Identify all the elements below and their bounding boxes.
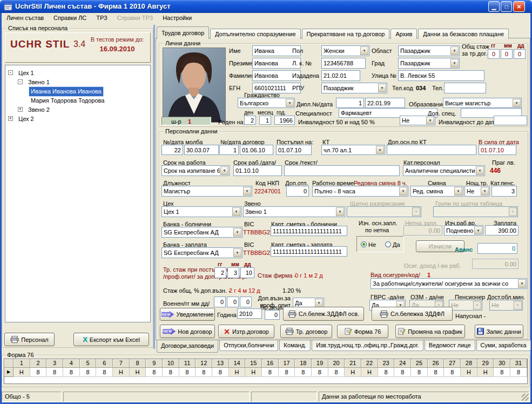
day-cell-4[interactable]: 8 <box>63 368 80 377</box>
disability-to-field[interactable] <box>494 116 527 125</box>
chevron-down-icon[interactable]: ▼ <box>513 99 521 107</box>
tree-item-label[interactable]: Мария Тодорова Тодорова <box>29 96 106 105</box>
day-cell-14[interactable]: Н <box>229 368 246 377</box>
save-data-button[interactable]: Запис данни <box>475 325 523 338</box>
day-cell-6[interactable]: 8 <box>96 368 113 377</box>
position-select[interactable]: Магистър▼ <box>161 186 252 197</box>
tree-item-1[interactable]: -Цех 1 <box>5 69 150 77</box>
notification-button[interactable]: NEW Уведомление <box>160 308 215 321</box>
day-cell-24[interactable]: 8 <box>394 368 411 377</box>
day-cell-12[interactable]: 8 <box>196 368 212 377</box>
kt-select[interactable]: чл.70 ал.1▼ <box>321 145 385 155</box>
delete-contract-button[interactable]: ✕ Изтр.договор <box>218 325 274 338</box>
night-work-select[interactable]: Не▼ <box>464 186 490 197</box>
service-days-field[interactable] <box>514 49 526 59</box>
diploma-no-field[interactable] <box>336 98 364 108</box>
day-cell-10[interactable]: 8 <box>163 368 179 377</box>
menu-item-1[interactable]: Личен състав <box>2 13 49 24</box>
close-button[interactable]: ✕ <box>513 1 525 12</box>
expand-icon[interactable]: + <box>18 107 23 112</box>
chevron-down-icon[interactable]: ▼ <box>233 248 241 257</box>
street-field[interactable] <box>398 70 484 81</box>
splitter[interactable] <box>153 25 155 349</box>
entry-days-field[interactable] <box>240 267 254 278</box>
day-cell-30[interactable]: 8 <box>494 368 510 377</box>
tree-item-label[interactable]: Цех 1 <box>17 69 36 78</box>
collapse-icon[interactable]: - <box>18 79 23 84</box>
chevron-down-icon[interactable]: ▼ <box>378 84 386 92</box>
contract-no-field[interactable] <box>219 145 239 155</box>
disability-select[interactable]: Не▼ <box>400 116 435 125</box>
expand-icon[interactable]: + <box>8 116 13 121</box>
category-select[interactable]: Аналитични специалисти▼ <box>403 165 485 176</box>
contract-date-field[interactable] <box>240 145 273 155</box>
pension-cat-field[interactable] <box>491 186 517 197</box>
tab-4[interactable]: Архив <box>390 29 417 39</box>
chevron-down-icon[interactable]: ▼ <box>376 146 384 154</box>
day-cell-27[interactable]: 8 <box>444 368 461 377</box>
day-cell-23[interactable]: 8 <box>378 368 395 377</box>
print-contract-button[interactable]: Тр. договор <box>280 325 332 338</box>
chevron-down-icon[interactable]: ▼ <box>518 279 526 288</box>
radio-yes[interactable] <box>385 241 391 247</box>
change-schedule-button[interactable]: Промяна на график <box>395 325 465 338</box>
menu-item-2[interactable]: Справки ЛС <box>49 13 91 24</box>
day-cell-31[interactable]: 8 <box>510 368 527 377</box>
city-select[interactable]: Пазарджик▼ <box>398 58 460 69</box>
day-cell-25[interactable]: 8 <box>411 368 428 377</box>
chevron-down-icon[interactable]: ▼ <box>315 299 323 307</box>
chevron-down-icon[interactable]: ▼ <box>476 166 484 175</box>
form76-grid[interactable]: 1234567891011121314151617181920212223242… <box>4 359 528 384</box>
day-cell-17[interactable]: 8 <box>279 368 295 377</box>
term-text-field[interactable] <box>284 165 400 176</box>
term-date-field[interactable] <box>233 165 282 176</box>
issued-field[interactable] <box>321 70 360 81</box>
military-years-field[interactable] <box>214 297 226 307</box>
day-cell-13[interactable]: 8 <box>212 368 229 377</box>
chevron-down-icon[interactable]: ▼ <box>426 117 434 124</box>
tree-item-label[interactable]: Звено 1 <box>26 78 51 87</box>
collapse-icon[interactable]: - <box>8 70 13 75</box>
chevron-down-icon[interactable]: ▼ <box>232 207 240 216</box>
form76-button[interactable]: Форма 76 <box>337 325 388 338</box>
resize-grip[interactable] <box>522 394 529 401</box>
service-months-field[interactable] <box>501 49 513 59</box>
advance-field[interactable] <box>477 243 517 254</box>
idcard-field[interactable] <box>321 58 366 69</box>
chevron-down-icon[interactable]: ▼ <box>243 187 251 196</box>
born-day-field[interactable] <box>244 116 256 125</box>
phone-field[interactable] <box>444 83 486 93</box>
personnel-tree[interactable]: -Цех 1-Звено 1Иванка Иванова ИвановаМари… <box>5 65 151 322</box>
diploma-date-field[interactable] <box>365 98 405 108</box>
tree-item-label[interactable]: Звено 2 <box>26 105 51 115</box>
new-contract-button[interactable]: NEW Нов договор <box>160 325 215 338</box>
tree-item-5[interactable]: +Звено 2 <box>5 105 150 114</box>
radio-no[interactable] <box>361 241 367 247</box>
day-cell-11[interactable]: 8 <box>179 368 196 377</box>
bottom-tab-1[interactable]: Договори,заповеди <box>157 340 218 353</box>
salary-field[interactable] <box>485 225 518 235</box>
bottom-tab-5[interactable]: Ведомост лице <box>425 340 475 351</box>
tab-5[interactable]: Данни за безкасово плащане <box>418 29 509 39</box>
menu-item-3[interactable]: ТРЗ <box>91 13 112 24</box>
minimize-button[interactable]: ▁ <box>488 1 500 12</box>
bottom-tab-4[interactable]: Изв.труд,нощ.тр.,офиц.пр.,Гражд.дог. <box>312 340 423 351</box>
entry-months-field[interactable] <box>227 267 239 278</box>
worktime-select[interactable]: Пълно - 8 часа▼ <box>312 186 408 197</box>
children-field[interactable] <box>265 310 280 320</box>
day-cell-26[interactable]: 8 <box>428 368 445 377</box>
year-field[interactable] <box>237 308 262 319</box>
tab-3[interactable]: Прекратяване на тр.договор <box>302 29 390 39</box>
chevron-down-icon[interactable]: ▼ <box>399 187 407 196</box>
day-cell-9[interactable]: 8 <box>146 368 163 377</box>
bottom-tab-2[interactable]: Отпуски,болнични <box>219 340 278 351</box>
day-cell-15[interactable]: Н <box>245 368 262 377</box>
tree-item-label[interactable]: Иванка Иванова Иванова <box>29 87 103 96</box>
day-cell-21[interactable]: Н <box>345 368 361 377</box>
tree-item-3[interactable]: Иванка Иванова Иванова <box>5 87 150 96</box>
chevron-down-icon[interactable]: ▼ <box>450 46 459 55</box>
insured-kind-select[interactable]: За работници/служители/ осигурени за вси… <box>371 278 527 289</box>
bottom-tab-3[interactable]: Команд. <box>279 340 311 351</box>
valid-from-field[interactable] <box>479 145 516 155</box>
military-days-field[interactable] <box>240 297 252 307</box>
